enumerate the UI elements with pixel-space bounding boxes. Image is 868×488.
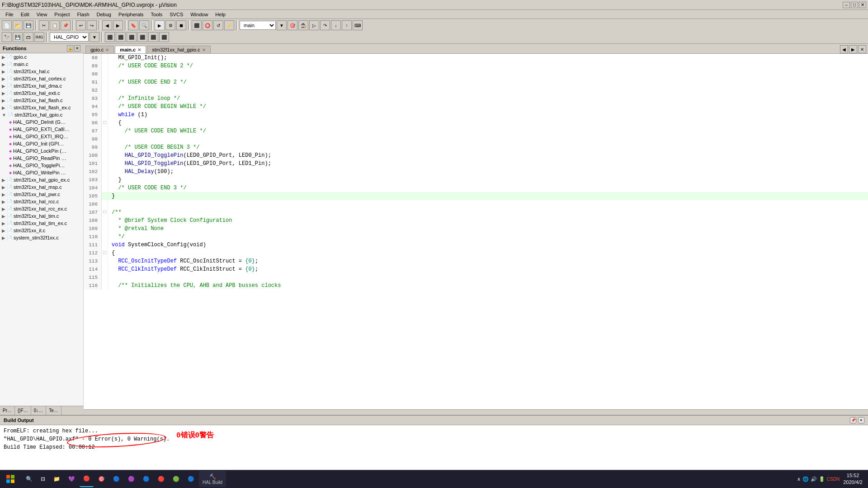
sidebar-item-13[interactable]: ◆HAL_GPIO_LockPin (… <box>0 147 83 155</box>
hal-build-taskbar-item[interactable]: 🔨 HAL Build <box>199 471 226 487</box>
h-scrollbar[interactable] <box>84 409 868 415</box>
flash-btn[interactable]: ⚡ <box>224 20 234 30</box>
rebuild-btn[interactable]: ⚙ <box>165 20 175 30</box>
stop-debug-btn[interactable]: ⭕ <box>203 20 212 30</box>
start-button[interactable] <box>0 470 20 488</box>
extra-btn2[interactable]: ⬛ <box>116 32 126 42</box>
sidebar-tab-0[interactable]: 0↓… <box>31 406 47 415</box>
sidebar-item-17[interactable]: ▶📄stm32f1xx_hal_gpio_ex.c <box>0 176 83 183</box>
new-file-btn[interactable]: 📄 <box>2 20 12 30</box>
sidebar-item-5[interactable]: ▶📄stm32f1xx_hal_exti.c <box>0 89 83 97</box>
sidebar-item-4[interactable]: ▶📄stm32f1xx_hal_dma.c <box>0 82 83 89</box>
code-line-96[interactable]: 96□ { <box>84 119 868 127</box>
nav-fwd-btn[interactable]: ▶ <box>113 20 123 30</box>
app5-taskbar-item[interactable]: 🎯 <box>94 471 108 487</box>
tray-csdn-icon[interactable]: CSDN <box>827 477 840 482</box>
code-line-103[interactable]: 103 } <box>84 176 868 184</box>
extra-btn3[interactable]: ⬛ <box>127 32 137 42</box>
menu-project[interactable]: Project <box>51 11 73 18</box>
sidebar-item-10[interactable]: ◆HAL_GPIO_EXTI_CallI… <box>0 126 83 133</box>
menu-peripherals[interactable]: Peripherals <box>115 11 147 18</box>
stop-build-btn[interactable]: ⏹ <box>176 20 186 30</box>
sidebar-item-6[interactable]: ▶📄stm32f1xx_hal_flash.c <box>0 97 83 104</box>
code-line-113[interactable]: 113 RCC_OscInitTypeDef RCC_OscInitStruct… <box>84 257 868 265</box>
tab-gpio-close[interactable]: ✕ <box>105 47 109 52</box>
tab-close-all[interactable]: ✕ <box>858 45 866 53</box>
target-settings-btn[interactable]: 🎯 <box>288 20 297 30</box>
code-line-112[interactable]: 112□{ <box>84 249 868 257</box>
sidebar-item-18[interactable]: ▶📄stm32f1xx_hal_msp.c <box>0 183 83 191</box>
minimize-button[interactable]: – <box>843 2 850 8</box>
tab-hal-gpio-close[interactable]: ✕ <box>202 47 206 52</box>
menu-flash[interactable]: Flash <box>74 11 93 18</box>
sidebar-item-22[interactable]: ▶📄stm32f1xx_hal_tim.c <box>0 212 83 220</box>
code-line-104[interactable]: 104 /* USER CODE END 3 */ <box>84 184 868 192</box>
tab-scroll-right[interactable]: ▶ <box>849 45 857 53</box>
build-close-btn[interactable]: ✕ <box>858 417 864 423</box>
code-line-89[interactable]: 89 /* USER CODE BEGIN 2 */ <box>84 62 868 70</box>
target-options-btn[interactable]: ▼ <box>277 20 287 30</box>
sidebar-tab-pr[interactable]: Pr… <box>0 406 15 415</box>
tray-up-icon[interactable]: ∧ <box>797 476 801 482</box>
code-line-107[interactable]: 107□/** <box>84 208 868 216</box>
code-line-115[interactable]: 115 <box>84 273 868 282</box>
redo-btn[interactable]: ↪ <box>87 20 97 30</box>
bookmark-btn[interactable]: 🔖 <box>128 20 138 30</box>
code-line-109[interactable]: 109 * @retval None <box>84 225 868 233</box>
sidebar-item-11[interactable]: ◆HAL_GPIO_EXTI_IRQ… <box>0 133 83 140</box>
code-line-97[interactable]: 97 /* USER CODE END WHILE */ <box>84 127 868 135</box>
undo-btn[interactable]: ↩ <box>76 20 86 30</box>
fold-gutter[interactable]: □ <box>102 208 108 216</box>
find-btn[interactable]: 🔍 <box>139 20 149 30</box>
project-options-btn[interactable]: ▼ <box>90 32 99 42</box>
menu-view[interactable]: View <box>33 11 51 18</box>
uvision-taskbar-item[interactable]: 🔴 <box>80 471 94 487</box>
tray-network-icon[interactable]: 🌐 <box>802 476 809 482</box>
app8-taskbar-item[interactable]: 🔵 <box>139 471 153 487</box>
app7-taskbar-item[interactable]: 🟣 <box>124 471 138 487</box>
code-line-106[interactable]: 106 <box>84 200 868 208</box>
menu-tools[interactable]: Tools <box>147 11 166 18</box>
code-line-98[interactable]: 98 <box>84 135 868 143</box>
chip-btn[interactable]: 💾 <box>13 32 23 42</box>
code-line-110[interactable]: 110 */ <box>84 233 868 241</box>
search-taskbar-item[interactable]: 🔍 <box>22 471 36 487</box>
step-over-btn[interactable]: ↷ <box>320 20 330 30</box>
sidebar-lock-btn[interactable]: 🔒 <box>67 45 73 52</box>
copy-btn[interactable]: 📋 <box>50 20 60 30</box>
app6-taskbar-item[interactable]: 🔵 <box>109 471 123 487</box>
tab-main-close[interactable]: ✕ <box>137 47 141 52</box>
build-pin-btn[interactable]: 📌 <box>850 417 856 423</box>
chip2-btn[interactable]: 🗃 <box>24 32 33 42</box>
wizard-btn[interactable]: 🧙 <box>298 20 308 30</box>
sidebar-close-btn[interactable]: ✕ <box>74 45 80 52</box>
sidebar-item-3[interactable]: ▶📄stm32f1xx_hal_cortex.c <box>0 75 83 82</box>
debug-btn[interactable]: ⬛ <box>192 20 202 30</box>
code-line-116[interactable]: 116 /** Initializes the CPU, AHB and APB… <box>84 282 868 290</box>
taskview-taskbar-item[interactable]: ⊟ <box>37 471 49 487</box>
code-line-114[interactable]: 114 RCC_ClkInitTypeDef RCC_ClkInitStruct… <box>84 265 868 273</box>
fold-gutter[interactable]: □ <box>102 119 108 127</box>
close-button[interactable]: ✕ <box>859 2 866 8</box>
img-btn[interactable]: IMG <box>34 32 44 42</box>
sidebar-item-7[interactable]: ▶📄stm32f1xx_hal_flash_ex.c <box>0 104 83 111</box>
app9-taskbar-item[interactable]: 🔴 <box>154 471 168 487</box>
sidebar-item-14[interactable]: ◆HAL_GPIO_ReadPin … <box>0 155 83 162</box>
vscode-taskbar-item[interactable]: 💜 <box>65 471 79 487</box>
sidebar-item-19[interactable]: ▶📄stm32f1xx_hal_pwr.c <box>0 191 83 198</box>
clock[interactable]: 15:52 2020/4/2 <box>843 472 863 486</box>
menu-edit[interactable]: Edit <box>17 11 33 18</box>
code-container[interactable]: 88 MX_GPIO_Init();89 /* USER CODE BEGIN … <box>84 54 868 409</box>
menu-window[interactable]: Window <box>187 11 212 18</box>
extra-btn1[interactable]: ⬛ <box>105 32 115 42</box>
tray-volume-icon[interactable]: 🔊 <box>811 476 817 482</box>
project-combo[interactable]: HAL_GPIO <box>50 33 89 42</box>
sidebar-item-9[interactable]: ◆HAL_GPIO_DeInit (G… <box>0 118 83 126</box>
run-to-cursor-btn[interactable]: ▷ <box>309 20 319 30</box>
sidebar-item-15[interactable]: ◆HAL_GPIO_TogglePi… <box>0 162 83 169</box>
menu-file[interactable]: File <box>2 11 17 18</box>
sidebar-item-25[interactable]: ▶📄system_stm32f1xx.c <box>0 234 83 241</box>
command-btn[interactable]: ⌨ <box>353 20 363 30</box>
code-line-93[interactable]: 93 /* Infinite loop */ <box>84 94 868 103</box>
code-line-91[interactable]: 91 /* USER CODE END 2 */ <box>84 78 868 86</box>
